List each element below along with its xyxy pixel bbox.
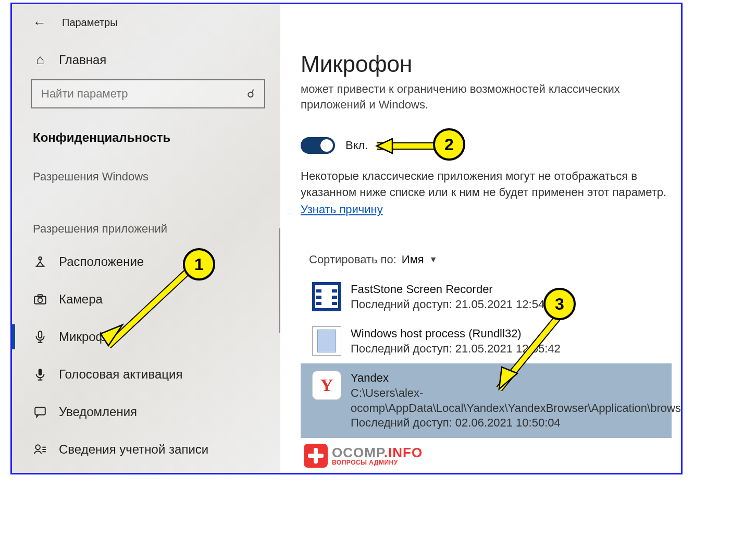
sidebar: ← Параметры ⌂ Главная ☌ Конфиденциальнос… <box>12 4 280 473</box>
account-icon <box>33 443 47 456</box>
microphone-access-toggle[interactable] <box>301 137 335 154</box>
svg-point-0 <box>39 257 41 260</box>
svg-rect-4 <box>39 331 42 338</box>
truncated-paragraph: может привести к ограничению возможносте… <box>301 81 672 112</box>
page-title: Микрофон <box>301 4 672 77</box>
learn-more-link[interactable]: Узнать причину <box>301 203 383 216</box>
search-icon: ☌ <box>247 87 255 101</box>
sidebar-item-notifications[interactable]: Уведомления <box>12 393 280 431</box>
annotation-marker-1: 1 <box>183 248 215 281</box>
home-icon: ⌂ <box>33 52 47 68</box>
annotation-marker-2: 2 <box>433 128 465 161</box>
sidebar-item-label: Уведомления <box>59 405 137 419</box>
back-icon[interactable]: ← <box>33 15 46 31</box>
annotation-arrow-3 <box>481 306 575 407</box>
annotation-arrow-2 <box>361 136 444 159</box>
voice-icon <box>33 368 47 381</box>
file-icon <box>312 326 341 356</box>
watermark-brand-1: OCOMP <box>332 445 384 460</box>
chevron-down-icon: ▼ <box>429 255 438 264</box>
sidebar-item-label: Сведения учетной записи <box>59 442 208 457</box>
search-input[interactable] <box>41 87 239 101</box>
watermark: OCOMP.INFO ВОПРОСЫ АДМИНУ <box>304 444 423 468</box>
camera-icon <box>33 293 47 306</box>
sidebar-item-account-info[interactable]: Сведения учетной записи <box>12 431 280 468</box>
sidebar-section-current: Конфиденциальность <box>12 118 280 155</box>
film-icon <box>312 282 341 311</box>
annotation-marker-3: 3 <box>543 288 576 320</box>
svg-point-2 <box>38 298 43 302</box>
microphone-icon <box>33 330 47 344</box>
svg-rect-6 <box>35 407 45 415</box>
yandex-icon: Y <box>312 371 341 400</box>
watermark-tagline: ВОПРОСЫ АДМИНУ <box>332 459 423 466</box>
location-icon <box>33 255 47 269</box>
app-name: FastStone Screen Recorder <box>351 282 561 297</box>
svg-rect-3 <box>38 295 43 297</box>
svg-rect-5 <box>39 369 42 375</box>
svg-line-9 <box>108 270 189 346</box>
svg-point-7 <box>35 445 40 449</box>
annotation-arrow-1 <box>90 265 200 366</box>
svg-marker-13 <box>377 139 392 153</box>
desktop-apps-note: Некоторые классические приложения могут … <box>301 168 672 201</box>
last-access-label: Последний доступ: <box>351 416 452 429</box>
sidebar-group-apps: Разрешения приложений <box>12 191 280 243</box>
titlebar: ← Параметры <box>12 4 280 40</box>
watermark-brand-2: .INFO <box>384 445 423 460</box>
home-label: Главная <box>59 53 106 67</box>
last-access-label: Последний доступ: <box>351 342 452 355</box>
notification-icon <box>33 405 47 419</box>
search-input-wrap[interactable]: ☌ <box>31 79 265 108</box>
sidebar-home[interactable]: ⌂ Главная <box>12 40 280 79</box>
last-access-label: Последний доступ: <box>351 298 452 311</box>
watermark-logo-icon <box>304 444 328 468</box>
sort-control[interactable]: Сортировать по: Имя ▼ <box>301 253 672 266</box>
window-title: Параметры <box>62 17 118 29</box>
sort-value: Имя <box>402 253 424 266</box>
sort-label: Сортировать по: <box>309 253 396 266</box>
sidebar-item-label: Голосовая активация <box>59 367 182 382</box>
settings-window: ← Параметры ⌂ Главная ☌ Конфиденциальнос… <box>10 3 683 474</box>
sidebar-group-windows: Разрешения Windows <box>12 155 280 191</box>
last-access-value: 02.06.2021 10:50:04 <box>455 416 561 429</box>
